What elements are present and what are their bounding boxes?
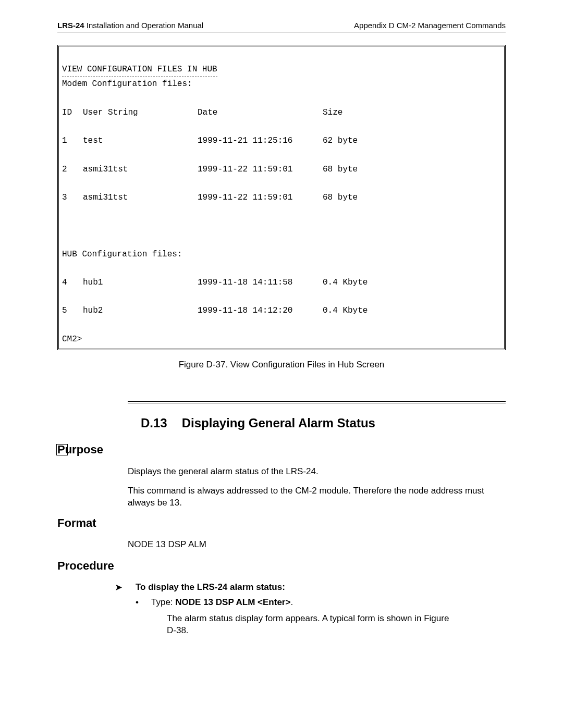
modem-header: Modem Configuration files: [62, 77, 501, 91]
bullet-line: • Type: NODE 13 DSP ALM <Enter>. [136, 597, 506, 608]
section-title: Displaying General Alarm Status [182, 416, 375, 430]
header-left-rest: Installation and Operation Manual [84, 21, 203, 30]
table-row: 1test1999-11-21 11:25:1662 byte [62, 134, 501, 148]
header-right: Appendix D CM-2 Management Commands [354, 21, 506, 30]
figure-caption: Figure D-37. View Configuration Files in… [57, 360, 506, 370]
page-header: LRS-24 Installation and Operation Manual… [57, 21, 506, 32]
section-rule [128, 401, 506, 403]
col-user: User String [83, 106, 198, 120]
procedure-line: ➤ To display the LRS-24 alarm status: [115, 582, 506, 594]
section-heading: D.13Displaying General Alarm Status [141, 416, 506, 430]
checkbox-icon [56, 444, 68, 455]
hub-header: HUB Configuration files: [62, 248, 501, 262]
col-size: Size [323, 106, 396, 120]
purpose-heading: Purpose [57, 443, 103, 456]
col-date: Date [198, 106, 323, 120]
sub-paragraph: The alarm status display form appears. A… [167, 613, 459, 637]
procedure-title: To display the LRS-24 alarm status: [136, 582, 285, 593]
table-header-row: IDUser StringDateSize [62, 106, 501, 120]
header-left: LRS-24 Installation and Operation Manual [57, 21, 203, 30]
table-row: 2asmi31tst1999-11-22 11:59:0168 byte [62, 163, 501, 177]
format-text: NODE 13 DSP ALM [128, 539, 506, 550]
blank-line [62, 219, 501, 233]
section-number: D.13 [141, 416, 167, 430]
terminal-title: VIEW CONFIGURATION FILES IN HUB [62, 63, 217, 77]
format-heading: Format [57, 516, 506, 530]
table-row: 5hub21999-11-18 14:12:200.4 Kbyte [62, 304, 501, 318]
table-row: 4hub11999-11-18 14:11:580.4 Kbyte [62, 276, 501, 290]
terminal-prompt: CM2> [62, 332, 501, 347]
procedure-block: ➤ To display the LRS-24 alarm status: • … [115, 582, 506, 637]
arrow-icon: ➤ [115, 582, 136, 594]
header-left-bold: LRS-24 [57, 21, 84, 30]
procedure-heading: Procedure [57, 559, 506, 573]
bullet-text: Type: NODE 13 DSP ALM <Enter>. [151, 597, 293, 608]
table-row: 3asmi31tst1999-11-22 11:59:0168 byte [62, 191, 501, 205]
body-paragraph: This command is always addressed to the … [128, 485, 506, 509]
terminal-screen: VIEW CONFIGURATION FILES IN HUB Modem Co… [57, 45, 506, 350]
bullet-icon: • [136, 597, 151, 608]
body-paragraph: Displays the general alarm status of the… [128, 466, 506, 478]
col-id: ID [62, 106, 83, 120]
